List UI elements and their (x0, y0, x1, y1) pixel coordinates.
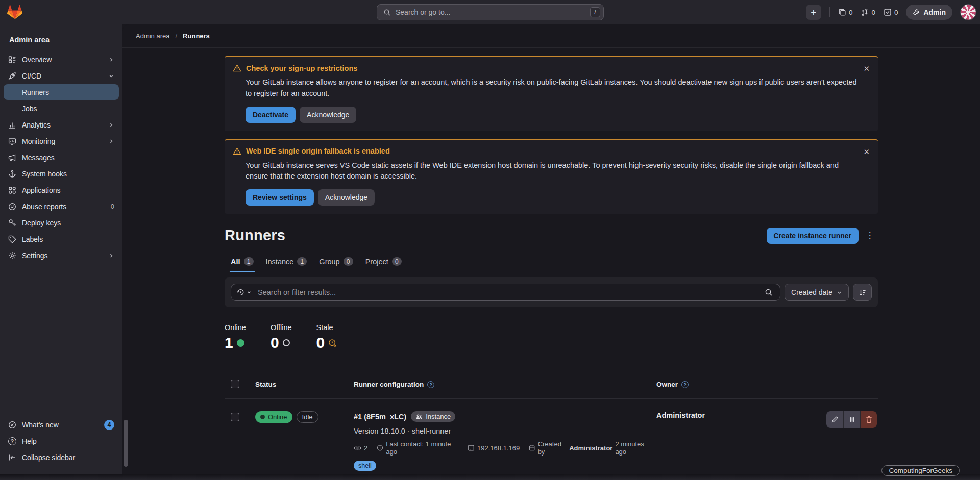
runner-name-link[interactable]: #1 (8F5m_xLC) (354, 413, 406, 421)
topbar-divider (829, 7, 830, 17)
user-avatar[interactable] (961, 5, 976, 20)
scrollbar-thumb[interactable] (124, 420, 128, 467)
chevron-down-icon (837, 290, 842, 295)
sidebar-item-analytics[interactable]: Analytics (4, 117, 119, 133)
sort-by-dropdown[interactable]: Created date (785, 284, 849, 301)
status-online-badge[interactable]: Online (255, 411, 292, 423)
todos-counter[interactable]: 0 (884, 8, 898, 16)
select-all-checkbox[interactable] (231, 380, 239, 388)
runner-configuration-cell: #1 (8F5m_xLC) Instance Version 18.10.0 ·… (350, 411, 652, 471)
chevron-down-icon (108, 73, 114, 79)
sidebar-item-messages[interactable]: Messages (4, 149, 119, 165)
runner-type-tabs: All 1 Instance 1 Group 0 Project 0 (225, 252, 878, 272)
device-icon (468, 444, 475, 451)
stat-value: 1 (225, 334, 233, 351)
help-icon[interactable]: ? (427, 381, 434, 388)
pause-runner-button[interactable] (843, 411, 860, 428)
acknowledge-button[interactable]: Acknowledge (300, 107, 356, 123)
sidebar-item-label: Analytics (22, 121, 51, 129)
create-instance-runner-button[interactable]: Create instance runner (767, 228, 859, 244)
alert-title[interactable]: Check your sign-up restrictions (246, 64, 357, 72)
stat-label: Online (225, 323, 246, 332)
sidebar-item-cicd[interactable]: CI/CD (4, 68, 119, 84)
help-label: Help (22, 437, 37, 445)
delete-runner-button[interactable] (860, 411, 877, 428)
runner-created-user[interactable]: Administrator (569, 444, 612, 452)
deactivate-button[interactable]: Deactivate (246, 107, 296, 123)
stat-offline: Offline 0 (271, 323, 292, 351)
status-dot-icon (260, 415, 265, 419)
runner-last-contact-meta: Last contact: 1 minute ago (377, 440, 458, 456)
acknowledge-button[interactable]: Acknowledge (318, 189, 375, 206)
chart-icon (8, 121, 16, 129)
owner-link[interactable]: Administrator (656, 411, 705, 419)
runner-last-contact: Last contact: 1 minute ago (386, 440, 458, 456)
stat-value: 0 (271, 334, 279, 351)
abuse-reports-count: 0 (111, 203, 114, 210)
tab-all[interactable]: All 1 (225, 252, 260, 272)
edit-runner-button[interactable] (826, 411, 843, 428)
tab-project[interactable]: Project 0 (359, 252, 408, 272)
overview-icon (8, 56, 16, 64)
runner-tag-shell[interactable]: shell (354, 461, 376, 471)
create-new-button[interactable]: + (806, 5, 821, 20)
sidebar-item-runners[interactable]: Runners (4, 84, 119, 100)
stat-label: Offline (271, 323, 292, 332)
runner-status-cell: Online Idle (250, 411, 350, 423)
help-icon[interactable]: ? (681, 381, 689, 388)
sidebar-item-settings[interactable]: Settings (4, 247, 119, 263)
sidebar-item-overview[interactable]: Overview (4, 52, 119, 67)
sort-descending-icon (859, 289, 866, 296)
merge-requests-counter[interactable]: 0 (861, 8, 875, 16)
sidebar-title: Admin area (0, 24, 122, 51)
gitlab-logo-icon[interactable] (7, 5, 22, 20)
alert-body: Your GitLab instance serves VS Code stat… (246, 160, 858, 183)
kebab-menu-icon[interactable]: ⋮ (862, 228, 878, 244)
alert-title[interactable]: Web IDE single origin fallback is enable… (246, 147, 390, 155)
sidebar-footer: What's new 4 ? Help Collapse sidebar (0, 416, 122, 480)
close-icon[interactable]: ✕ (861, 62, 872, 75)
issues-icon (838, 8, 846, 16)
stale-clock-icon (328, 339, 337, 347)
global-search-field[interactable] (396, 8, 585, 16)
filter-search-input[interactable] (258, 288, 758, 296)
sidebar-item-label: Abuse reports (22, 203, 66, 211)
merge-requests-count: 0 (871, 9, 875, 16)
sidebar-item-labels[interactable]: Labels (4, 231, 119, 247)
admin-mode-button[interactable]: Admin (906, 5, 952, 20)
sidebar-item-jobs[interactable]: Jobs (4, 100, 119, 116)
page-container: Check your sign-up restrictions Your Git… (225, 56, 878, 480)
runner-jobs-meta[interactable]: 2 (354, 444, 368, 452)
breadcrumb-runners[interactable]: Runners (183, 32, 210, 40)
topbar-right-cluster: + 0 0 0 Admin (806, 0, 976, 24)
filter-search-box[interactable] (231, 284, 780, 301)
sidebar-item-label: Monitoring (22, 137, 55, 145)
sidebar-item-applications[interactable]: Applications (4, 182, 119, 198)
issues-counter[interactable]: 0 (838, 8, 853, 16)
tab-group[interactable]: Group 0 (313, 252, 359, 272)
help-item[interactable]: ? Help (4, 433, 119, 449)
whats-new-item[interactable]: What's new 4 (4, 417, 119, 433)
sidebar-item-deploy-keys[interactable]: Deploy keys (4, 215, 119, 231)
pencil-icon (831, 416, 839, 423)
search-history-dropdown[interactable] (236, 288, 254, 296)
search-submit-icon[interactable] (763, 287, 775, 297)
sort-direction-button[interactable] (853, 284, 872, 301)
select-runner-checkbox[interactable] (231, 413, 239, 421)
issues-count: 0 (849, 9, 853, 16)
sidebar-item-label: Messages (22, 154, 55, 162)
pause-icon (849, 416, 855, 423)
status-idle-badge[interactable]: Idle (297, 411, 318, 423)
sidebar-item-system-hooks[interactable]: System hooks (4, 166, 119, 182)
runner-version-line: Version 18.10.0 · shell-runner (354, 427, 652, 435)
sidebar-item-monitoring[interactable]: Monitoring (4, 133, 119, 149)
tab-instance[interactable]: Instance 1 (260, 252, 313, 272)
review-settings-button[interactable]: Review settings (246, 189, 314, 206)
collapse-sidebar-item[interactable]: Collapse sidebar (4, 449, 119, 465)
close-icon[interactable]: ✕ (861, 145, 872, 159)
sidebar-item-abuse-reports[interactable]: Abuse reports 0 (4, 198, 119, 214)
global-search-input[interactable]: / (377, 4, 604, 20)
breadcrumb-admin-area[interactable]: Admin area (136, 32, 169, 40)
runner-ip-meta: 192.168.1.169 (468, 444, 520, 452)
stat-stale: Stale 0 (316, 323, 337, 351)
